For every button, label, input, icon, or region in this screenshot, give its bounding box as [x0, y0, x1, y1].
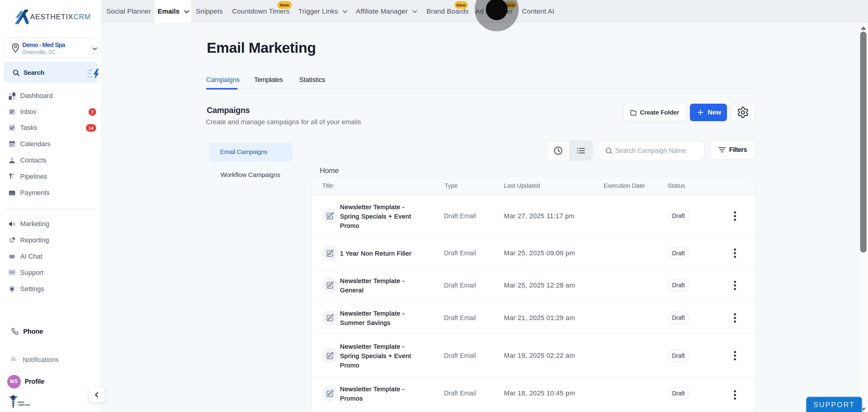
svg-text:HIPAA: HIPAA	[18, 401, 24, 403]
svg-text:COMPLIANT: COMPLIANT	[18, 404, 30, 406]
